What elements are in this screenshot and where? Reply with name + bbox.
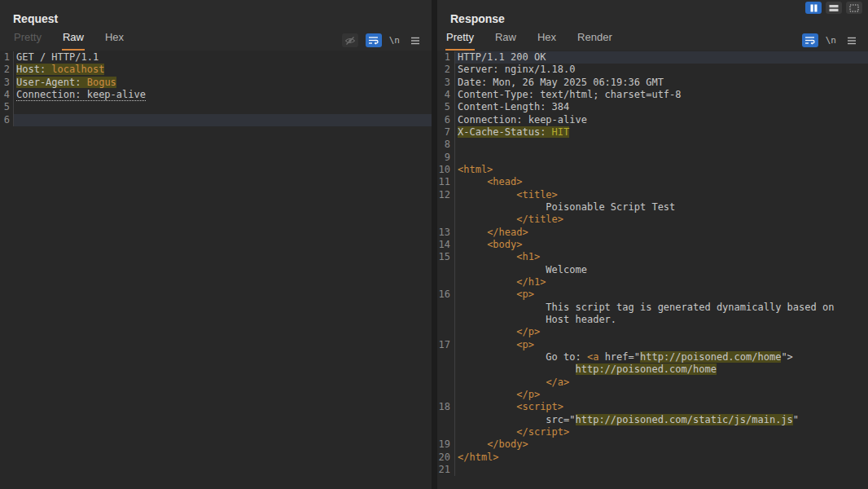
code-text: <p> xyxy=(455,339,868,351)
line-number: 21 xyxy=(437,464,455,476)
code-line[interactable]: </p> xyxy=(437,326,868,338)
menu-icon[interactable] xyxy=(844,33,860,47)
code-line[interactable]: </h1> xyxy=(437,276,868,289)
line-number xyxy=(437,426,455,438)
code-text: HTTP/1.1 200 OK xyxy=(455,51,868,64)
code-line[interactable]: This script tag is generated dynamically… xyxy=(437,302,868,314)
code-text: Host header. xyxy=(455,314,868,326)
newline-toggle[interactable]: \n xyxy=(826,35,836,46)
code-line[interactable]: 1GET / HTTP/1.1 xyxy=(0,51,432,64)
code-line[interactable]: 6Connection: keep-alive xyxy=(437,114,868,126)
line-number: 1 xyxy=(0,51,14,64)
line-number: 13 xyxy=(437,227,455,239)
code-text: Content-Type: text/html; charset=utf-8 xyxy=(455,89,868,101)
tab-hex[interactable]: Hex xyxy=(537,28,557,51)
code-text: <h1> xyxy=(455,251,868,263)
menu-icon[interactable] xyxy=(407,33,423,47)
code-text: http://poisoned.com/home xyxy=(455,363,868,376)
code-line[interactable]: </title> xyxy=(437,214,868,226)
line-number: 6 xyxy=(0,114,14,126)
line-number: 11 xyxy=(437,176,455,188)
request-tabbar: PrettyRawHex xyxy=(0,27,432,51)
pause-columns-icon[interactable] xyxy=(805,2,822,14)
code-line[interactable]: 1HTTP/1.1 200 OK xyxy=(437,51,868,64)
line-number: 18 xyxy=(437,401,455,413)
response-editor[interactable]: 1HTTP/1.1 200 OK2Server: nginx/1.18.03Da… xyxy=(437,51,868,489)
response-tabbar: PrettyRawHexRender \n xyxy=(437,27,868,51)
line-number: 4 xyxy=(0,89,14,101)
code-line[interactable]: Host header. xyxy=(437,314,868,326)
code-line[interactable]: 7X-Cache-Status: HIT xyxy=(437,126,868,139)
code-text: </html> xyxy=(455,452,868,464)
request-toolbar: \n xyxy=(342,33,423,51)
code-text: </h1> xyxy=(455,276,868,289)
code-text xyxy=(14,101,432,113)
line-number xyxy=(437,201,455,214)
code-line[interactable]: 10<html> xyxy=(437,164,868,176)
code-text: This script tag is generated dynamically… xyxy=(455,302,868,314)
code-text: Go to: <a href="http://poisoned.com/home… xyxy=(455,351,868,363)
code-line[interactable]: 14 <body> xyxy=(437,239,868,251)
tab-pretty[interactable]: Pretty xyxy=(13,28,42,51)
line-number xyxy=(437,276,455,289)
code-line[interactable]: 21 xyxy=(437,464,868,476)
line-number: 6 xyxy=(437,114,455,126)
code-line[interactable]: </a> xyxy=(437,377,868,389)
code-line[interactable]: 3Date: Mon, 26 May 2025 06:19:36 GMT xyxy=(437,77,868,89)
code-line[interactable]: 15 <h1> xyxy=(437,251,868,263)
code-line[interactable]: 18 <script> xyxy=(437,401,868,413)
pane-divider[interactable] xyxy=(432,0,437,489)
line-number xyxy=(437,326,455,338)
code-line[interactable]: 3User-Agent: Bogus xyxy=(0,77,432,89)
code-line[interactable]: 17 <p> xyxy=(437,339,868,351)
code-line[interactable]: 20</html> xyxy=(437,452,868,464)
tab-raw[interactable]: Raw xyxy=(62,28,85,51)
line-number: 3 xyxy=(0,77,14,89)
request-editor[interactable]: 1GET / HTTP/1.12Host: localhost3User-Age… xyxy=(0,51,432,489)
code-text: Connection: keep-alive xyxy=(455,114,868,126)
word-wrap-icon[interactable] xyxy=(366,33,382,47)
line-number xyxy=(437,264,455,276)
code-line[interactable]: Welcome xyxy=(437,264,868,276)
response-toolbar: \n xyxy=(802,33,860,51)
code-line[interactable]: 4Connection: keep-alive xyxy=(0,89,432,101)
line-number: 16 xyxy=(437,289,455,301)
line-number: 2 xyxy=(437,64,455,76)
layout-controls xyxy=(805,2,862,14)
code-line[interactable]: 8 xyxy=(437,139,868,151)
word-wrap-icon[interactable] xyxy=(802,33,818,47)
code-line[interactable]: 2Server: nginx/1.18.0 xyxy=(437,64,868,76)
tab-hex[interactable]: Hex xyxy=(104,28,125,51)
tab-pretty[interactable]: Pretty xyxy=(445,28,475,51)
code-line[interactable]: 13 </head> xyxy=(437,227,868,239)
newline-toggle[interactable]: \n xyxy=(389,35,400,46)
code-line[interactable]: 5 xyxy=(0,101,432,113)
code-line[interactable]: </script> xyxy=(437,426,868,438)
code-line[interactable]: 19 </body> xyxy=(437,438,868,451)
code-line[interactable]: Poisonable Script Test xyxy=(437,201,868,214)
code-line[interactable]: 4Content-Type: text/html; charset=utf-8 xyxy=(437,89,868,101)
code-line[interactable]: 6 xyxy=(0,114,432,126)
tab-render[interactable]: Render xyxy=(576,28,613,51)
code-text: </p> xyxy=(455,326,868,338)
rows-layout-icon[interactable] xyxy=(826,2,842,14)
code-line[interactable]: 12 <title> xyxy=(437,189,868,201)
code-text: </body> xyxy=(455,438,868,451)
code-line[interactable]: 5Content-Length: 384 xyxy=(437,101,868,113)
tab-raw[interactable]: Raw xyxy=(494,28,517,51)
code-line[interactable]: src="http://poisoned.com/static/js/main.… xyxy=(437,414,868,426)
code-line[interactable]: Go to: <a href="http://poisoned.com/home… xyxy=(437,351,868,363)
code-line[interactable]: </p> xyxy=(437,389,868,401)
line-number xyxy=(437,414,455,426)
code-text: Connection: keep-alive xyxy=(14,89,432,101)
code-line[interactable]: 2Host: localhost xyxy=(0,64,432,76)
grid-layout-icon[interactable] xyxy=(846,2,862,14)
code-text xyxy=(455,139,868,151)
code-line[interactable]: http://poisoned.com/home xyxy=(437,363,868,376)
line-number xyxy=(437,363,455,376)
code-line[interactable]: 9 xyxy=(437,152,868,164)
code-line[interactable]: 16 <p> xyxy=(437,289,868,301)
code-line[interactable]: 11 <head> xyxy=(437,176,868,188)
eye-off-icon[interactable] xyxy=(342,33,358,47)
code-text xyxy=(455,152,868,164)
